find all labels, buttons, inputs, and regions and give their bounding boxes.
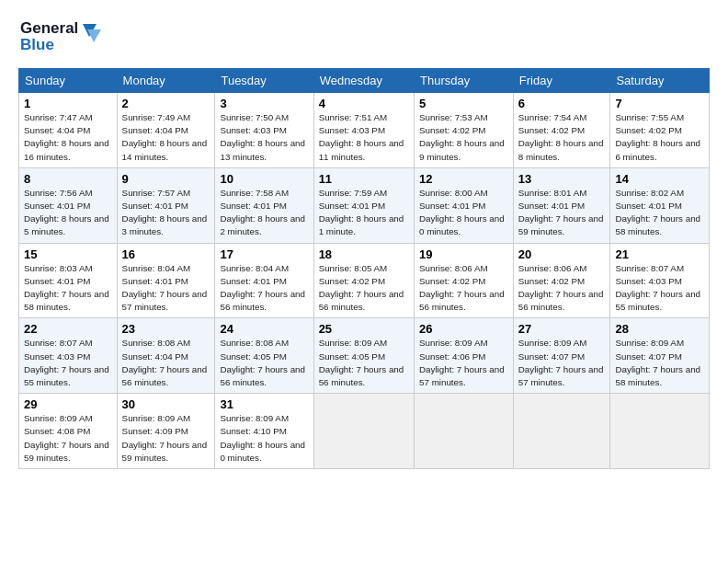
- day-number: 21: [615, 247, 704, 261]
- day-info: Sunrise: 7:59 AMSunset: 4:01 PMDaylight:…: [319, 188, 404, 237]
- day-number: 17: [220, 247, 308, 261]
- calendar-cell: 25 Sunrise: 8:09 AMSunset: 4:05 PMDaylig…: [313, 318, 414, 394]
- day-number: 29: [24, 397, 112, 411]
- weekday-header: Saturday: [610, 69, 710, 93]
- weekday-header: Thursday: [415, 69, 514, 93]
- day-info: Sunrise: 7:50 AMSunset: 4:03 PMDaylight:…: [220, 112, 305, 162]
- day-info: Sunrise: 8:02 AMSunset: 4:01 PMDaylight:…: [615, 188, 700, 237]
- calendar-table: SundayMondayTuesdayWednesdayThursdayFrid…: [18, 68, 710, 469]
- day-info: Sunrise: 8:00 AMSunset: 4:01 PMDaylight:…: [419, 188, 505, 237]
- calendar-cell: 31 Sunrise: 8:09 AMSunset: 4:10 PMDaylig…: [215, 394, 313, 469]
- calendar-cell: 5 Sunrise: 7:53 AMSunset: 4:02 PMDayligh…: [415, 93, 514, 168]
- calendar-cell: 1 Sunrise: 7:47 AMSunset: 4:04 PMDayligh…: [19, 93, 118, 168]
- weekday-header: Sunday: [19, 69, 118, 93]
- day-number: 19: [419, 247, 508, 261]
- logo: General Blue: [18, 17, 101, 59]
- day-number: 1: [24, 97, 112, 110]
- day-info: Sunrise: 8:09 AMSunset: 4:05 PMDaylight:…: [319, 338, 404, 387]
- day-info: Sunrise: 8:04 AMSunset: 4:01 PMDaylight:…: [122, 263, 208, 313]
- calendar-cell: 30 Sunrise: 8:09 AMSunset: 4:09 PMDaylig…: [117, 394, 215, 469]
- logo-icon: General Blue: [18, 17, 101, 55]
- svg-text:General: General: [20, 19, 78, 37]
- calendar-week-row: 29 Sunrise: 8:09 AMSunset: 4:08 PMDaylig…: [19, 394, 710, 469]
- day-number: 12: [419, 172, 508, 186]
- day-info: Sunrise: 7:58 AMSunset: 4:01 PMDaylight:…: [220, 188, 305, 237]
- day-number: 18: [319, 247, 409, 261]
- header: General Blue: [18, 17, 710, 59]
- calendar-cell: 11 Sunrise: 7:59 AMSunset: 4:01 PMDaylig…: [313, 167, 414, 243]
- day-number: 7: [615, 97, 704, 110]
- calendar-cell: 3 Sunrise: 7:50 AMSunset: 4:03 PMDayligh…: [215, 93, 313, 168]
- weekday-header: Tuesday: [215, 69, 313, 93]
- calendar-cell: 7 Sunrise: 7:55 AMSunset: 4:02 PMDayligh…: [610, 93, 710, 168]
- day-number: 20: [518, 247, 606, 261]
- calendar-cell: 13 Sunrise: 8:01 AMSunset: 4:01 PMDaylig…: [513, 167, 610, 243]
- day-number: 3: [220, 97, 308, 110]
- day-number: 2: [122, 97, 210, 110]
- day-number: 28: [615, 322, 704, 336]
- day-info: Sunrise: 8:03 AMSunset: 4:01 PMDaylight:…: [24, 263, 109, 313]
- day-info: Sunrise: 7:53 AMSunset: 4:02 PMDaylight:…: [419, 112, 505, 162]
- day-number: 6: [518, 97, 606, 110]
- day-number: 16: [122, 247, 210, 261]
- calendar-cell: 29 Sunrise: 8:09 AMSunset: 4:08 PMDaylig…: [19, 394, 118, 469]
- day-info: Sunrise: 8:09 AMSunset: 4:08 PMDaylight:…: [24, 413, 109, 463]
- calendar-cell: 27 Sunrise: 8:09 AMSunset: 4:07 PMDaylig…: [513, 318, 610, 394]
- day-info: Sunrise: 8:08 AMSunset: 4:05 PMDaylight:…: [220, 338, 305, 387]
- day-info: Sunrise: 7:54 AMSunset: 4:02 PMDaylight:…: [518, 112, 604, 162]
- day-info: Sunrise: 8:09 AMSunset: 4:09 PMDaylight:…: [122, 413, 208, 463]
- day-info: Sunrise: 7:55 AMSunset: 4:02 PMDaylight:…: [615, 112, 700, 162]
- calendar-cell: 8 Sunrise: 7:56 AMSunset: 4:01 PMDayligh…: [19, 167, 118, 243]
- calendar-cell: 10 Sunrise: 7:58 AMSunset: 4:01 PMDaylig…: [215, 167, 313, 243]
- day-info: Sunrise: 8:09 AMSunset: 4:07 PMDaylight:…: [615, 338, 700, 387]
- calendar-cell: 20 Sunrise: 8:06 AMSunset: 4:02 PMDaylig…: [513, 243, 610, 318]
- day-info: Sunrise: 7:47 AMSunset: 4:04 PMDaylight:…: [24, 112, 109, 162]
- calendar-cell: 12 Sunrise: 8:00 AMSunset: 4:01 PMDaylig…: [415, 167, 514, 243]
- day-number: 10: [220, 172, 308, 186]
- day-number: 4: [319, 97, 409, 110]
- day-number: 25: [319, 322, 409, 336]
- calendar-cell: 23 Sunrise: 8:08 AMSunset: 4:04 PMDaylig…: [117, 318, 215, 394]
- day-info: Sunrise: 8:09 AMSunset: 4:06 PMDaylight:…: [419, 338, 505, 387]
- day-number: 27: [518, 322, 606, 336]
- day-info: Sunrise: 7:49 AMSunset: 4:04 PMDaylight:…: [122, 112, 208, 162]
- weekday-header: Monday: [117, 69, 215, 93]
- day-info: Sunrise: 8:08 AMSunset: 4:04 PMDaylight:…: [122, 338, 208, 387]
- day-number: 5: [419, 97, 508, 110]
- day-info: Sunrise: 8:05 AMSunset: 4:02 PMDaylight:…: [319, 263, 404, 313]
- calendar-cell: 26 Sunrise: 8:09 AMSunset: 4:06 PMDaylig…: [415, 318, 514, 394]
- calendar-cell: 2 Sunrise: 7:49 AMSunset: 4:04 PMDayligh…: [117, 93, 215, 168]
- calendar-cell: 6 Sunrise: 7:54 AMSunset: 4:02 PMDayligh…: [513, 93, 610, 168]
- calendar-cell: 16 Sunrise: 8:04 AMSunset: 4:01 PMDaylig…: [117, 243, 215, 318]
- calendar-cell: 9 Sunrise: 7:57 AMSunset: 4:01 PMDayligh…: [117, 167, 215, 243]
- calendar-cell: 14 Sunrise: 8:02 AMSunset: 4:01 PMDaylig…: [610, 167, 710, 243]
- day-number: 30: [122, 397, 210, 411]
- day-number: 14: [615, 172, 704, 186]
- weekday-header: Friday: [513, 69, 610, 93]
- calendar-cell: 4 Sunrise: 7:51 AMSunset: 4:03 PMDayligh…: [313, 93, 414, 168]
- calendar-header-row: SundayMondayTuesdayWednesdayThursdayFrid…: [19, 69, 710, 93]
- calendar-cell: 17 Sunrise: 8:04 AMSunset: 4:01 PMDaylig…: [215, 243, 313, 318]
- calendar-week-row: 8 Sunrise: 7:56 AMSunset: 4:01 PMDayligh…: [19, 167, 710, 243]
- day-info: Sunrise: 7:57 AMSunset: 4:01 PMDaylight:…: [122, 188, 208, 237]
- day-number: 15: [24, 247, 112, 261]
- day-number: 26: [419, 322, 508, 336]
- calendar-cell: [415, 394, 514, 469]
- calendar-cell: 15 Sunrise: 8:03 AMSunset: 4:01 PMDaylig…: [19, 243, 118, 318]
- calendar-cell: 22 Sunrise: 8:07 AMSunset: 4:03 PMDaylig…: [19, 318, 118, 394]
- day-number: 9: [122, 172, 210, 186]
- day-info: Sunrise: 8:07 AMSunset: 4:03 PMDaylight:…: [24, 338, 109, 387]
- calendar-week-row: 1 Sunrise: 7:47 AMSunset: 4:04 PMDayligh…: [19, 93, 710, 168]
- calendar-cell: [313, 394, 414, 469]
- day-info: Sunrise: 8:07 AMSunset: 4:03 PMDaylight:…: [615, 263, 700, 313]
- day-number: 13: [518, 172, 606, 186]
- day-number: 8: [24, 172, 112, 186]
- day-info: Sunrise: 7:56 AMSunset: 4:01 PMDaylight:…: [24, 188, 109, 237]
- calendar-cell: 21 Sunrise: 8:07 AMSunset: 4:03 PMDaylig…: [610, 243, 710, 318]
- calendar-week-row: 15 Sunrise: 8:03 AMSunset: 4:01 PMDaylig…: [19, 243, 710, 318]
- calendar-week-row: 22 Sunrise: 8:07 AMSunset: 4:03 PMDaylig…: [19, 318, 710, 394]
- day-number: 22: [24, 322, 112, 336]
- calendar-cell: 24 Sunrise: 8:08 AMSunset: 4:05 PMDaylig…: [215, 318, 313, 394]
- day-number: 23: [122, 322, 210, 336]
- day-number: 31: [220, 397, 308, 411]
